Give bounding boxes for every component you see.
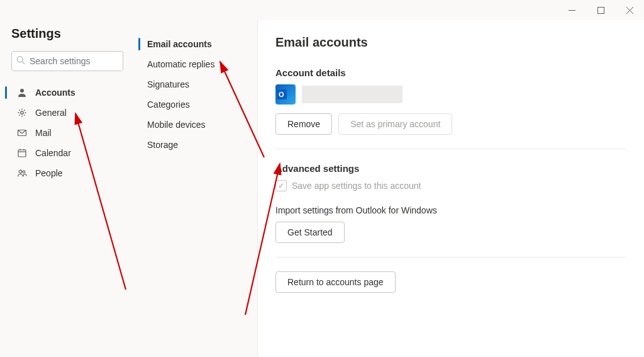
subnav-automatic-replies[interactable]: Automatic replies: [141, 54, 248, 74]
divider: [275, 257, 626, 258]
svg-rect-1: [597, 7, 604, 13]
primary-nav: Accounts General Mail Calendar: [11, 82, 123, 183]
person-icon: [16, 88, 28, 98]
divider: [275, 149, 626, 149]
secondary-nav: Email accounts Automatic replies Signatu…: [141, 34, 248, 155]
nav-item-general[interactable]: General: [11, 103, 123, 123]
search-input[interactable]: [11, 51, 123, 71]
svg-rect-7: [18, 150, 26, 157]
maximize-icon: [597, 7, 604, 14]
return-button[interactable]: Return to accounts page: [275, 271, 396, 293]
subnav-label: Storage: [147, 140, 178, 150]
set-primary-button: Set as primary account: [338, 113, 452, 135]
minimize-button[interactable]: [557, 0, 586, 20]
svg-point-4: [20, 89, 24, 93]
nav-item-accounts[interactable]: Accounts: [11, 82, 123, 103]
calendar-icon: [16, 148, 28, 158]
maximize-button[interactable]: [586, 0, 615, 20]
advanced-settings-heading: Advanced settings: [275, 163, 626, 174]
sub-sidebar: Email accounts Automatic replies Signatu…: [132, 20, 258, 357]
account-actions: Remove Set as primary account: [275, 113, 626, 135]
minimize-icon: [569, 10, 575, 11]
svg-point-12: [23, 171, 25, 173]
nav-label: Calendar: [35, 148, 71, 158]
subnav-storage[interactable]: Storage: [141, 135, 248, 155]
mail-icon: [16, 128, 28, 138]
outlook-icon: [275, 84, 296, 105]
subnav-email-accounts[interactable]: Email accounts: [141, 34, 248, 54]
titlebar: [0, 0, 644, 20]
close-icon: [626, 7, 633, 14]
svg-point-5: [21, 111, 23, 114]
subnav-label: Mobile devices: [147, 120, 206, 130]
nav-item-calendar[interactable]: Calendar: [11, 143, 123, 163]
svg-line-3: [22, 62, 25, 64]
svg-rect-0: [569, 10, 575, 11]
account-email-redacted: [302, 86, 402, 103]
import-settings-text: Import settings from Outlook for Windows: [275, 205, 626, 215]
subnav-label: Categories: [147, 99, 190, 110]
svg-point-11: [19, 170, 22, 173]
save-app-settings-row: ✓ Save app settings to this account: [275, 180, 626, 191]
nav-label: Mail: [35, 128, 52, 138]
subnav-signatures[interactable]: Signatures: [141, 74, 248, 94]
remove-button[interactable]: Remove: [275, 113, 332, 135]
subnav-categories[interactable]: Categories: [141, 94, 248, 115]
subnav-label: Automatic replies: [147, 59, 214, 69]
nav-item-mail[interactable]: Mail: [11, 123, 123, 143]
subnav-label: Signatures: [147, 79, 189, 89]
search-icon: [16, 56, 25, 67]
search-box: [11, 51, 123, 71]
page-title: Email accounts: [275, 35, 626, 50]
people-icon: [16, 168, 28, 178]
nav-label: General: [35, 108, 67, 118]
account-details-heading: Account details: [275, 67, 626, 78]
svg-point-2: [17, 57, 23, 62]
settings-title: Settings: [11, 26, 123, 41]
checkbox-icon: ✓: [275, 180, 287, 191]
main-content: Email accounts Account details Remove Se…: [258, 20, 644, 357]
subnav-label: Email accounts: [147, 39, 212, 49]
nav-label: Accounts: [35, 88, 75, 98]
save-app-settings-label: Save app settings to this account: [292, 181, 421, 191]
nav-item-people[interactable]: People: [11, 163, 123, 183]
gear-icon: [16, 108, 28, 118]
nav-label: People: [35, 168, 63, 178]
account-row: [275, 84, 626, 105]
settings-sidebar: Settings Accounts General: [0, 20, 132, 357]
get-started-button[interactable]: Get Started: [275, 222, 345, 243]
subnav-mobile-devices[interactable]: Mobile devices: [141, 115, 248, 135]
close-button[interactable]: [615, 0, 644, 20]
